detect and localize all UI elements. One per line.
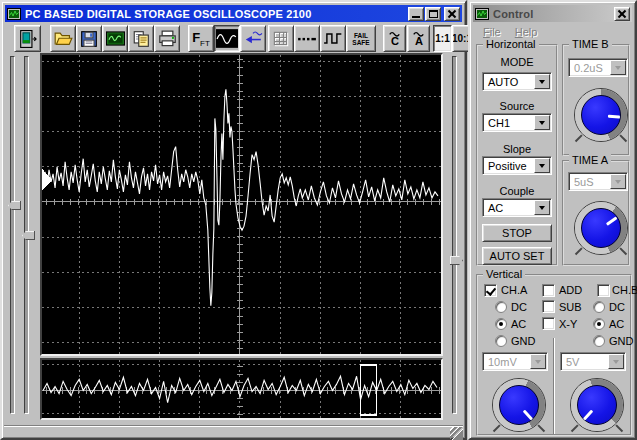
time-a-group: TIME A 5uS: [562, 160, 630, 266]
ch-a-gain-knob[interactable]: [492, 378, 546, 432]
waveform-display-button[interactable]: [214, 25, 240, 52]
resize-grip[interactable]: [450, 427, 463, 440]
knob-face: [499, 385, 539, 425]
group-title: TIME B: [569, 38, 612, 50]
xy-checkbox[interactable]: [542, 317, 555, 330]
source-label: Source: [478, 100, 556, 113]
chevron-down-icon[interactable]: [534, 200, 550, 215]
copy-button[interactable]: [128, 25, 154, 52]
time-b-knob[interactable]: [574, 88, 628, 142]
ch-a-range-select[interactable]: 10mV: [482, 352, 548, 371]
time-a-knob[interactable]: [574, 201, 628, 255]
dash-dot-line-icon: [297, 31, 317, 47]
square-wave-icon: [323, 30, 343, 47]
slider-track-trigger[interactable]: [449, 54, 460, 416]
printer-icon: [158, 30, 177, 47]
save-button[interactable]: [76, 25, 102, 52]
ac-label: AC: [511, 318, 526, 331]
add-label: ADD: [559, 284, 582, 297]
square-wave-button[interactable]: [320, 25, 346, 52]
app-icon: [7, 7, 21, 21]
tilde-c-icon: C: [385, 29, 404, 48]
return-sweep-button[interactable]: [240, 25, 266, 52]
mode-select[interactable]: AUTO: [482, 72, 552, 91]
chevron-down-icon[interactable]: [608, 354, 624, 369]
couple-value: AC: [488, 202, 503, 214]
ch-a-checkbox[interactable]: [484, 284, 497, 297]
time-b-select[interactable]: 0.2uS: [568, 58, 628, 77]
main-scope-display: [40, 53, 443, 356]
sub-checkbox[interactable]: [542, 300, 555, 313]
cal-a-button[interactable]: A: [407, 25, 430, 52]
stop-label: STOP: [502, 227, 532, 239]
grid-button[interactable]: [268, 25, 294, 52]
print-button[interactable]: [154, 25, 180, 52]
chevron-down-icon[interactable]: [534, 158, 550, 173]
minimize-button[interactable]: [408, 7, 424, 21]
close-icon: [447, 10, 457, 18]
source-select[interactable]: CH1: [482, 113, 552, 132]
horizontal-group: Horizontal MODE AUTO Source CH1 Slope Po…: [476, 44, 558, 266]
open-folder-icon: [54, 30, 73, 47]
mode-label: MODE: [478, 56, 556, 69]
ch-b-dc-radio[interactable]: [593, 301, 605, 313]
add-checkbox[interactable]: [542, 284, 555, 297]
ch-a-gnd-radio[interactable]: [495, 335, 507, 347]
tilde-a-icon: A: [409, 29, 428, 48]
couple-select[interactable]: AC: [482, 198, 552, 217]
chevron-down-icon[interactable]: [534, 74, 550, 89]
maximize-button[interactable]: [425, 7, 441, 21]
ch-b-gnd-radio[interactable]: [593, 335, 605, 347]
menu-file[interactable]: File: [479, 25, 505, 39]
ch-b-gain-knob[interactable]: [570, 378, 624, 432]
gnd-label: GND: [511, 335, 535, 348]
control-titlebar[interactable]: Control: [473, 5, 632, 22]
xy-label: X-Y: [559, 318, 577, 331]
ch-b-checkbox[interactable]: [597, 284, 610, 297]
grid-frame-icon: [271, 29, 291, 49]
copy-pages-icon: [132, 30, 150, 48]
group-title: Horizontal: [483, 38, 539, 50]
svg-text:C: C: [391, 35, 399, 47]
chevron-down-icon[interactable]: [610, 174, 626, 189]
control-window: Control FileHelp Horizontal MODE AUTO So…: [468, 0, 637, 440]
ch-a-dc-radio[interactable]: [495, 301, 507, 313]
exit-door-icon: [19, 30, 37, 48]
ch-a-ac-radio[interactable]: [495, 318, 507, 330]
group-title: TIME A: [569, 154, 611, 166]
dotted-line-button[interactable]: [294, 25, 320, 52]
trigger-level-slider[interactable]: [450, 256, 463, 265]
control-close-button[interactable]: [614, 7, 630, 21]
exit-button[interactable]: [14, 25, 41, 52]
capture-button[interactable]: [102, 25, 128, 52]
close-button[interactable]: [444, 7, 460, 21]
ch-a-range-value: 10mV: [488, 356, 517, 368]
cal-c-button[interactable]: C: [383, 25, 406, 52]
open-button[interactable]: [50, 25, 76, 52]
gnd-label: GND: [609, 335, 633, 348]
sine-wave-icon: [216, 29, 238, 48]
slope-select[interactable]: Positive: [482, 156, 552, 175]
time-a-select[interactable]: 5uS: [568, 172, 628, 191]
status-bar: [4, 425, 463, 440]
fft-button[interactable]: FFT: [188, 25, 214, 52]
ch-b-range-select[interactable]: 5V: [560, 352, 626, 371]
divider: [553, 338, 555, 434]
fail-safe-button[interactable]: FAILSAFE: [346, 25, 376, 52]
chevron-down-icon[interactable]: [610, 60, 626, 75]
zoom-scope-display[interactable]: [40, 358, 443, 420]
ratio-1-1-button[interactable]: 1:1: [433, 25, 452, 52]
ch-b-ac-radio[interactable]: [593, 318, 605, 330]
main-titlebar[interactable]: PC BASED DIGITAL STORAGE OSCILLOSCOPE 21…: [5, 5, 462, 22]
close-icon: [617, 10, 627, 18]
save-floppy-icon: [80, 30, 98, 48]
chevron-down-icon[interactable]: [534, 115, 550, 130]
time-a-value: 5uS: [574, 176, 594, 188]
menu-help[interactable]: Help: [511, 25, 542, 39]
slider-track-a[interactable]: [7, 54, 18, 416]
maximize-icon: [429, 10, 438, 18]
stop-button[interactable]: STOP: [482, 224, 552, 242]
chevron-down-icon[interactable]: [530, 354, 546, 369]
scope-screen-icon: [106, 30, 125, 47]
auto-set-button[interactable]: AUTO SET: [482, 247, 552, 265]
